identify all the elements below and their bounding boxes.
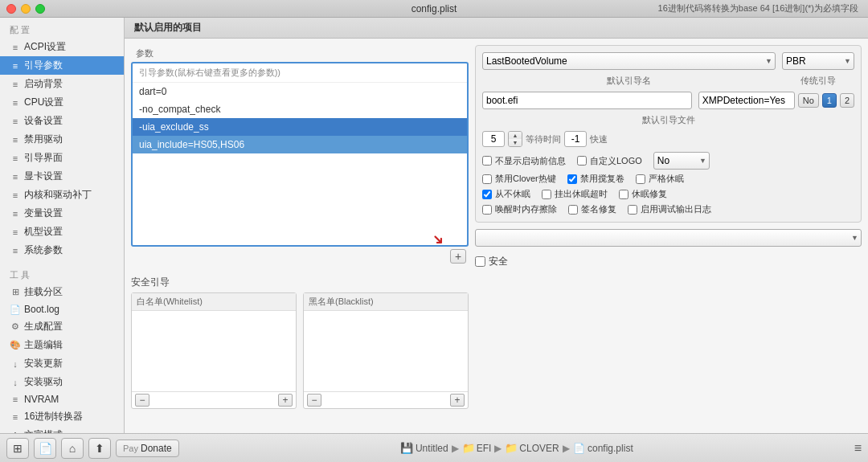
sidebar-item-hex[interactable]: ≡ 16进制转换器	[0, 407, 124, 426]
no-boot-banner-checkbox[interactable]	[482, 156, 492, 166]
sidebar-item-mount[interactable]: ⊞ 挂载分区	[0, 283, 124, 301]
default-volume-select[interactable]: LastBootedVolume	[482, 52, 776, 70]
wait-time-stepper[interactable]: ▲ ▼	[508, 131, 522, 147]
security-select[interactable]	[475, 229, 862, 247]
content-body: 参数 引导参数(鼠标右键查看更多的参数)) dart=0 -no_compat_…	[125, 39, 868, 433]
list-icon: ≡	[10, 61, 21, 71]
content-title: 默认启用的项目	[134, 22, 202, 33]
sidebar-item-bootbg[interactable]: ≡ 启动背景	[0, 75, 124, 93]
maximize-button[interactable]	[35, 4, 45, 14]
sidebar-item-theme[interactable]: 🎨 主题编辑	[0, 336, 124, 354]
list-icon: ≡	[10, 98, 21, 108]
sidebar-item-acpi[interactable]: ≡ ACPI设置	[0, 38, 124, 56]
params-list[interactable]: 引导参数(鼠标右键查看更多的参数)) dart=0 -no_compat_che…	[131, 62, 469, 247]
xmp-input[interactable]	[698, 92, 795, 109]
sidebar-item-cpu[interactable]: ≡ CPU设置	[0, 93, 124, 112]
xmp-no-button[interactable]: No	[798, 93, 819, 108]
hibernate-restore-checkbox[interactable]	[619, 190, 628, 199]
blacklist-content[interactable]	[304, 311, 468, 391]
sidebar-item-vars[interactable]: ≡ 变量设置	[0, 204, 124, 223]
close-button[interactable]	[6, 4, 16, 14]
minimize-button[interactable]	[21, 4, 31, 14]
stepper-up-button[interactable]: ▲	[509, 132, 522, 139]
stepper-down-button[interactable]: ▼	[509, 139, 522, 146]
sign-repair-item[interactable]: 签名修复	[568, 203, 616, 215]
breadcrumb-sep-1: ▶	[452, 443, 459, 454]
list-icon: ≡	[10, 246, 21, 256]
plist-file-icon: 📄	[573, 443, 585, 454]
sign-repair-checkbox[interactable]	[568, 205, 578, 215]
strict-sleep-item[interactable]: 严格休眠	[636, 173, 684, 185]
custom-logo-checkbox[interactable]	[577, 156, 587, 166]
sidebar-item-bootlog[interactable]: 📄 Boot.log	[0, 301, 124, 317]
debug-log-checkbox[interactable]	[628, 205, 637, 215]
sidebar-item-kernel[interactable]: ≡ 内核和驱动补丁	[0, 186, 124, 204]
xmp-2-button[interactable]: 2	[840, 93, 854, 108]
palette-icon: 🎨	[10, 340, 21, 350]
sidebar-item-bootargs[interactable]: ≡ 引导参数	[0, 56, 124, 75]
labels-row: 默认引导名 传统引导	[482, 75, 854, 87]
strict-hibernate-item[interactable]: 禁用搅复卷	[567, 173, 624, 185]
boot-icon: ⊞	[13, 442, 23, 455]
whitelist-header: 白名单(Whitelist)	[132, 293, 296, 311]
sidebar-item-genconfig[interactable]: ⚙ 生成配置	[0, 317, 124, 336]
strict-hibernate-checkbox[interactable]	[567, 174, 577, 184]
no-eject-checkbox[interactable]	[482, 190, 492, 199]
folder-icon: 📁	[462, 442, 475, 454]
menu-icon[interactable]: ≡	[854, 441, 862, 456]
add-param-button[interactable]: +	[450, 249, 466, 264]
sidebar-item-card[interactable]: ≡ 显卡设置	[0, 167, 124, 186]
blacklist-minus-button[interactable]: −	[307, 394, 321, 407]
secure-checkbox[interactable]	[475, 256, 485, 267]
whitelist-plus-button[interactable]: +	[278, 394, 293, 407]
wakeup-clear-mem-checkbox[interactable]	[482, 205, 492, 215]
param-item-uia-exclude[interactable]: -uia_exclude_ss	[133, 118, 467, 136]
whitelist-minus-button[interactable]: −	[135, 394, 149, 407]
blacklist-plus-button[interactable]: +	[450, 394, 465, 407]
sidebar-item-sysparams[interactable]: ≡ 系统参数	[0, 241, 124, 260]
donate-button[interactable]: Pay Donate	[116, 440, 179, 457]
wakeup-clear-mem-item[interactable]: 唤醒时内存擦除	[482, 203, 557, 215]
default-file-input[interactable]	[482, 92, 692, 109]
sidebar-item-device[interactable]: ≡ 设备设置	[0, 112, 124, 130]
grid-icon: ⊞	[10, 287, 21, 297]
sidebar-item-driver[interactable]: ↓ 安装驱动	[0, 373, 124, 391]
sidebar-item-nvram[interactable]: ≡ NVRAM	[0, 391, 124, 407]
bottom-toolbar: ⊞ 📄 ⌂ ⬆ Pay Donate 💾 Untitled ▶ 📁 EFI ▶ …	[0, 433, 868, 462]
strict-sleep-checkbox[interactable]	[636, 174, 645, 184]
sidebar-item-textmode[interactable]: A 文字模式	[0, 426, 124, 433]
custom-logo-item[interactable]: 自定义LOGO	[577, 155, 642, 167]
sidebar-item-mactype[interactable]: ≡ 机型设置	[0, 223, 124, 241]
whitelist-content[interactable]	[132, 311, 296, 391]
no-clover-key-checkbox[interactable]	[482, 174, 492, 184]
sidebar-item-update[interactable]: ↓ 安装更新	[0, 354, 124, 373]
speed-input[interactable]	[564, 131, 587, 147]
params-section-label: 参数	[131, 45, 469, 62]
no-clover-key-item[interactable]: 禁用Clover热键	[482, 173, 556, 185]
param-item-compat[interactable]: -no_compat_check	[133, 100, 467, 118]
wait-time-input[interactable]	[482, 131, 505, 147]
whitelist-box: 白名单(Whitelist) − +	[131, 292, 297, 409]
logo-select[interactable]: No	[653, 152, 710, 170]
hibernate-restore-label: 休眠修复	[632, 188, 667, 200]
toolbar-btn-4[interactable]: ⬆	[88, 438, 111, 459]
debug-log-item[interactable]: 启用调试输出日志	[628, 203, 711, 215]
secure-check-item[interactable]: 安全	[475, 255, 862, 268]
sidebar-item-forbidden[interactable]: ≡ 禁用驱动	[0, 130, 124, 149]
param-item-dart[interactable]: dart=0	[133, 83, 467, 100]
legacy-boot-select[interactable]: PBR	[782, 52, 854, 70]
toolbar-btn-1[interactable]: ⊞	[6, 438, 29, 459]
blacklist-box: 黑名单(Blacklist) − +	[303, 292, 469, 409]
list-icon: ≡	[10, 43, 21, 52]
hibernate-restore-item[interactable]: 休眠修复	[619, 188, 667, 200]
toolbar-btn-3[interactable]: ⌂	[61, 438, 84, 459]
sec-input-row: ▼	[475, 229, 862, 247]
xmp-1-button[interactable]: 1	[822, 93, 837, 108]
wakeup-timeout-checkbox[interactable]	[542, 190, 551, 199]
wakeup-timeout-item[interactable]: 挂出休眠超时	[542, 188, 608, 200]
no-boot-banner-item[interactable]: 不显示启动前信息	[482, 155, 566, 167]
toolbar-btn-2[interactable]: 📄	[34, 438, 56, 459]
param-item-uia-include[interactable]: uia_include=HS05,HS06	[133, 136, 467, 153]
sidebar-item-bootui[interactable]: ≡ 引导界面	[0, 149, 124, 167]
no-eject-item[interactable]: 从不休眠	[482, 188, 530, 200]
